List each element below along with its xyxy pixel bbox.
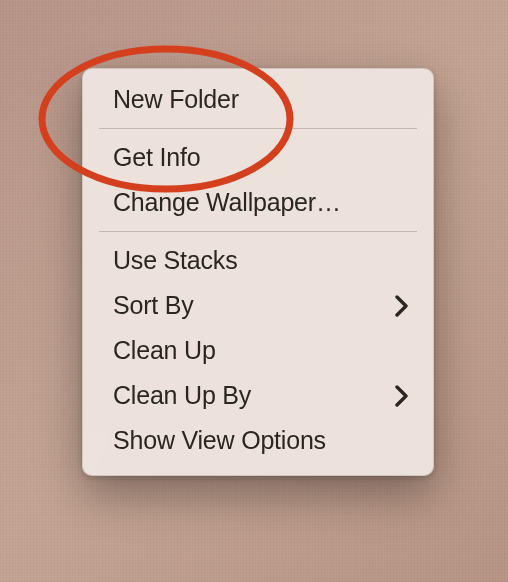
chevron-right-icon: [395, 295, 409, 317]
menu-item-get-info[interactable]: Get Info: [83, 135, 433, 180]
menu-item-sort-by[interactable]: Sort By: [83, 283, 433, 328]
menu-item-new-folder[interactable]: New Folder: [83, 77, 433, 122]
menu-item-label: Show View Options: [113, 426, 326, 455]
menu-item-show-view-options[interactable]: Show View Options: [83, 418, 433, 463]
menu-item-label: New Folder: [113, 85, 239, 114]
menu-item-label: Get Info: [113, 143, 200, 172]
menu-item-label: Change Wallpaper…: [113, 188, 341, 217]
menu-separator: [99, 128, 417, 129]
menu-item-use-stacks[interactable]: Use Stacks: [83, 238, 433, 283]
menu-item-label: Clean Up: [113, 336, 216, 365]
menu-item-label: Sort By: [113, 291, 194, 320]
menu-separator: [99, 231, 417, 232]
menu-item-clean-up[interactable]: Clean Up: [83, 328, 433, 373]
chevron-right-icon: [395, 385, 409, 407]
menu-item-label: Use Stacks: [113, 246, 237, 275]
menu-item-label: Clean Up By: [113, 381, 251, 410]
menu-item-clean-up-by[interactable]: Clean Up By: [83, 373, 433, 418]
menu-item-change-wallpaper[interactable]: Change Wallpaper…: [83, 180, 433, 225]
desktop-context-menu: New Folder Get Info Change Wallpaper… Us…: [82, 68, 434, 476]
